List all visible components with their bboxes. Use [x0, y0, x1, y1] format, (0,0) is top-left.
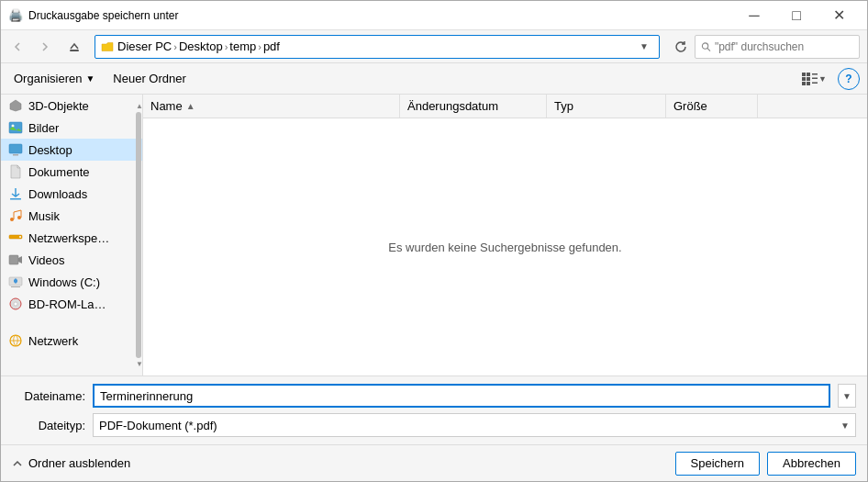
svg-rect-9	[812, 73, 818, 75]
sidebar-label-network: Netzwerk	[28, 334, 78, 348]
filename-dropdown-button[interactable]: ▼	[838, 384, 856, 408]
back-button[interactable]	[5, 34, 30, 60]
sidebar-item-downloads[interactable]: Downloads	[1, 183, 142, 205]
forward-icon	[39, 41, 50, 52]
images-icon	[8, 120, 23, 135]
breadcrumb-sep-1: ›	[173, 41, 177, 52]
refresh-icon	[674, 40, 687, 53]
svg-rect-0	[70, 50, 79, 51]
svg-rect-5	[802, 77, 806, 81]
music-icon	[8, 208, 23, 223]
sidebar-item-videos[interactable]: Videos	[1, 249, 142, 271]
desktop-icon	[8, 142, 23, 157]
sidebar-label-windows-c: Windows (C:)	[28, 275, 100, 289]
hide-folders-toggle[interactable]: Ordner ausblenden	[12, 456, 130, 470]
scroll-down-indicator: ▼	[136, 360, 141, 368]
close-button[interactable]: ✕	[818, 1, 860, 30]
breadcrumb-part-2[interactable]: Desktop	[179, 39, 223, 53]
sidebar-item-images[interactable]: Bilder	[1, 117, 142, 139]
file-header: Name ▲ Änderungsdatum Typ Größe	[143, 95, 867, 118]
sidebar-label-documents: Dokumente	[28, 165, 89, 179]
filetype-row: Dateityp: PDF-Dokument (*.pdf) ▼	[12, 413, 856, 437]
svg-point-25	[14, 302, 17, 306]
organize-label: Organisieren	[14, 72, 82, 85]
view-grid-icon	[802, 73, 818, 85]
filetype-dropdown[interactable]: PDF-Dokument (*.pdf) ▼	[93, 413, 856, 437]
view-toggle-button[interactable]: ▼	[798, 68, 830, 90]
sidebar-item-bd-rom[interactable]: BD-ROM-Laufwe…	[1, 293, 142, 315]
sidebar-item-network[interactable]: Netzwerk	[1, 330, 142, 352]
folder-icon	[101, 40, 114, 53]
sidebar: 3D-Objekte Bilder Desktop Dokumente	[1, 95, 143, 376]
breadcrumb-part-1[interactable]: Dieser PC	[117, 39, 172, 53]
up-button[interactable]	[61, 34, 87, 60]
sidebar-label-images: Bilder	[28, 121, 59, 135]
new-folder-label: Neuer Ordner	[113, 72, 185, 85]
bottom-area: Dateiname: ▼ Dateityp: PDF-Dokument (*.p…	[1, 376, 867, 444]
sidebar-item-desktop[interactable]: Desktop	[1, 139, 142, 161]
save-dialog: 🖨️ Druckausgabe speichern unter ─ □ ✕	[0, 0, 868, 482]
scrollbar-thumb[interactable]	[136, 112, 141, 358]
sidebar-label-downloads: Downloads	[28, 187, 87, 201]
save-button[interactable]: Speichern	[675, 452, 761, 476]
window-controls: ─ □ ✕	[733, 1, 860, 30]
cancel-button[interactable]: Abbrechen	[767, 452, 856, 476]
file-body: Es wurden keine Suchergebnisse gefunden.	[143, 118, 867, 376]
svg-rect-10	[812, 77, 818, 79]
sidebar-item-documents[interactable]: Dokumente	[1, 161, 142, 183]
refresh-button[interactable]	[669, 35, 693, 59]
window-title: Druckausgabe speichern unter	[28, 9, 733, 22]
filename-label: Dateiname:	[12, 389, 85, 403]
filename-row: Dateiname: ▼	[12, 384, 856, 408]
sidebar-item-music[interactable]: Musik	[1, 205, 142, 227]
new-folder-button[interactable]: Neuer Ordner	[107, 68, 191, 90]
sidebar-label-videos: Videos	[28, 253, 65, 267]
sidebar-label-music: Musik	[28, 209, 60, 223]
sidebar-item-3d-objects[interactable]: 3D-Objekte	[1, 95, 142, 117]
column-name[interactable]: Name ▲	[143, 95, 400, 118]
scroll-up-indicator: ▲	[136, 102, 141, 110]
3d-objects-icon	[8, 98, 23, 113]
svg-rect-23	[11, 286, 20, 287]
footer-buttons: Speichern Abbrechen	[675, 452, 856, 476]
title-bar: 🖨️ Druckausgabe speichern unter ─ □ ✕	[1, 1, 867, 30]
forward-button[interactable]	[32, 34, 58, 60]
svg-rect-16	[10, 198, 21, 200]
documents-icon	[8, 164, 23, 179]
column-size-label: Größe	[673, 99, 707, 113]
search-input[interactable]	[715, 40, 853, 53]
svg-rect-6	[807, 77, 810, 81]
breadcrumb-part-4[interactable]: pdf	[263, 39, 280, 53]
search-bar[interactable]	[695, 35, 860, 59]
svg-point-1	[702, 42, 707, 48]
maximize-button[interactable]: □	[775, 1, 818, 30]
windows-c-icon	[8, 275, 23, 289]
empty-message: Es wurden keine Suchergebnisse gefunden.	[388, 241, 621, 254]
address-bar[interactable]: Dieser PC › Desktop › temp › pdf ▼	[95, 35, 660, 59]
svg-rect-12	[9, 122, 22, 133]
breadcrumb-part-3[interactable]: temp	[229, 39, 256, 53]
sidebar-item-network-storage[interactable]: Netzwerkspeiche…	[1, 227, 142, 249]
save-label: Speichern	[691, 456, 745, 470]
filename-input[interactable]	[93, 384, 830, 408]
sidebar-item-windows-c[interactable]: Windows (C:)	[1, 271, 142, 293]
svg-rect-21	[9, 255, 18, 264]
help-button[interactable]: ?	[838, 68, 860, 90]
sidebar-label-network-storage: Netzwerkspeiche…	[28, 231, 111, 245]
column-date[interactable]: Änderungsdatum	[400, 95, 547, 118]
sort-arrow-icon: ▲	[186, 101, 195, 111]
column-type[interactable]: Typ	[547, 95, 666, 118]
organize-button[interactable]: Organisieren ▼	[8, 68, 100, 90]
network-icon	[8, 333, 23, 348]
hide-folders-label: Ordner ausblenden	[28, 456, 130, 470]
column-size[interactable]: Größe	[666, 95, 758, 118]
sidebar-label-3d-objects: 3D-Objekte	[28, 99, 89, 113]
svg-rect-15	[13, 154, 18, 156]
minimize-button[interactable]: ─	[733, 1, 775, 30]
column-name-label: Name	[150, 99, 183, 113]
address-dropdown-button[interactable]: ▼	[635, 38, 653, 56]
window-icon: 🖨️	[8, 8, 23, 23]
svg-point-17	[10, 218, 14, 221]
svg-line-2	[707, 48, 710, 50]
search-icon	[701, 41, 711, 52]
